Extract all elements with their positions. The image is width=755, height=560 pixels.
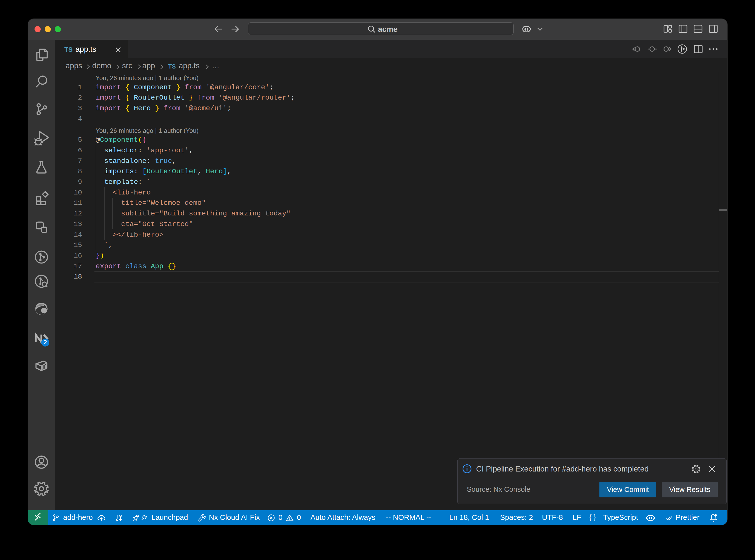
svg-text:2: 2 xyxy=(44,339,47,345)
